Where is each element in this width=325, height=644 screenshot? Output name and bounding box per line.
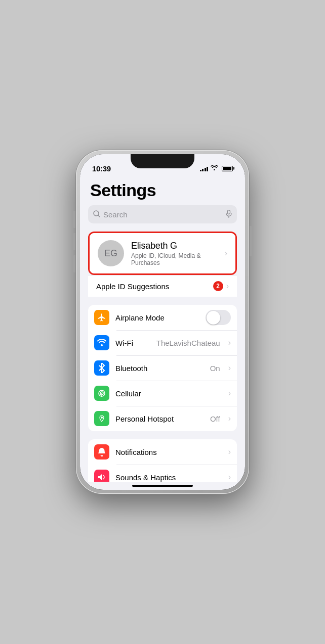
sounds-row[interactable]: Sounds & Haptics ›	[88, 465, 237, 482]
profile-subtitle: Apple ID, iCloud, Media & Purchases	[131, 252, 218, 266]
sounds-label: Sounds & Haptics	[115, 473, 222, 482]
search-placeholder: Search	[103, 210, 223, 219]
avatar: EG	[98, 240, 124, 266]
bluetooth-label: Bluetooth	[115, 364, 204, 373]
hotspot-label: Personal Hotspot	[115, 415, 204, 423]
notifications-row[interactable]: Notifications ›	[88, 439, 237, 465]
hotspot-chevron: ›	[228, 414, 231, 423]
airplane-mode-toggle[interactable]	[206, 310, 231, 325]
cellular-row[interactable]: Cellular ›	[88, 381, 237, 406]
signal-bars	[200, 166, 209, 171]
search-bar[interactable]: Search	[88, 205, 237, 223]
phone-inner: 10:39	[80, 154, 245, 490]
profile-info: Elisabeth G Apple ID, iCloud, Media & Pu…	[131, 241, 218, 266]
airplane-mode-label: Airplane Mode	[115, 313, 199, 322]
cellular-chevron: ›	[228, 389, 231, 398]
airplane-mode-icon	[94, 310, 109, 325]
profile-card-wrapper: EG Elisabeth G Apple ID, iCloud, Media &…	[88, 232, 237, 275]
status-bar: 10:39	[80, 154, 245, 176]
profile-name: Elisabeth G	[131, 241, 218, 251]
svg-point-9	[101, 417, 103, 419]
search-icon	[93, 210, 100, 219]
notifications-section: Notifications › Sounds & Haptics ›	[88, 439, 237, 482]
suggestions-chevron: ›	[226, 282, 229, 291]
bluetooth-chevron: ›	[228, 363, 231, 373]
notifications-label: Notifications	[115, 448, 222, 456]
battery-icon	[222, 166, 233, 171]
suggestions-row[interactable]: Apple ID Suggestions 2 ›	[88, 275, 237, 297]
bluetooth-icon	[94, 360, 109, 376]
suggestions-label: Apple ID Suggestions	[96, 282, 213, 291]
wifi-settings-icon	[94, 335, 109, 350]
bluetooth-value: On	[210, 364, 220, 373]
cellular-icon	[94, 386, 109, 401]
profile-chevron: ›	[225, 249, 227, 258]
settings-content[interactable]: Settings Search	[80, 176, 245, 482]
bluetooth-row[interactable]: Bluetooth On ›	[88, 355, 237, 381]
status-time: 10:39	[92, 164, 111, 173]
mic-icon	[226, 210, 232, 219]
wifi-chevron: ›	[228, 338, 231, 347]
home-indicator	[132, 485, 193, 487]
profile-card[interactable]: EG Elisabeth G Apple ID, iCloud, Media &…	[90, 233, 235, 273]
svg-line-1	[98, 215, 100, 217]
hotspot-icon	[94, 411, 109, 426]
suggestions-badge: 2	[213, 281, 223, 291]
svg-rect-2	[228, 210, 230, 214]
sounds-chevron: ›	[228, 473, 231, 482]
notifications-icon	[94, 444, 109, 459]
hotspot-row[interactable]: Personal Hotspot Off ›	[88, 406, 237, 431]
phone-frame: 10:39	[76, 150, 249, 494]
wifi-value: TheLavishChateau	[156, 339, 220, 347]
svg-point-6	[101, 393, 102, 394]
status-icons	[200, 165, 233, 172]
page-title: Settings	[80, 176, 245, 205]
wifi-icon	[211, 165, 218, 172]
wifi-label: Wi-Fi	[115, 339, 150, 347]
cellular-label: Cellular	[115, 389, 222, 398]
screen: 10:39	[80, 154, 245, 490]
sounds-icon	[94, 470, 109, 482]
notifications-chevron: ›	[228, 447, 231, 456]
wifi-row[interactable]: Wi-Fi TheLavishChateau ›	[88, 330, 237, 355]
connectivity-section: Airplane Mode	[88, 305, 237, 431]
notch	[131, 154, 194, 168]
airplane-mode-row[interactable]: Airplane Mode	[88, 305, 237, 330]
hotspot-value: Off	[210, 415, 220, 423]
